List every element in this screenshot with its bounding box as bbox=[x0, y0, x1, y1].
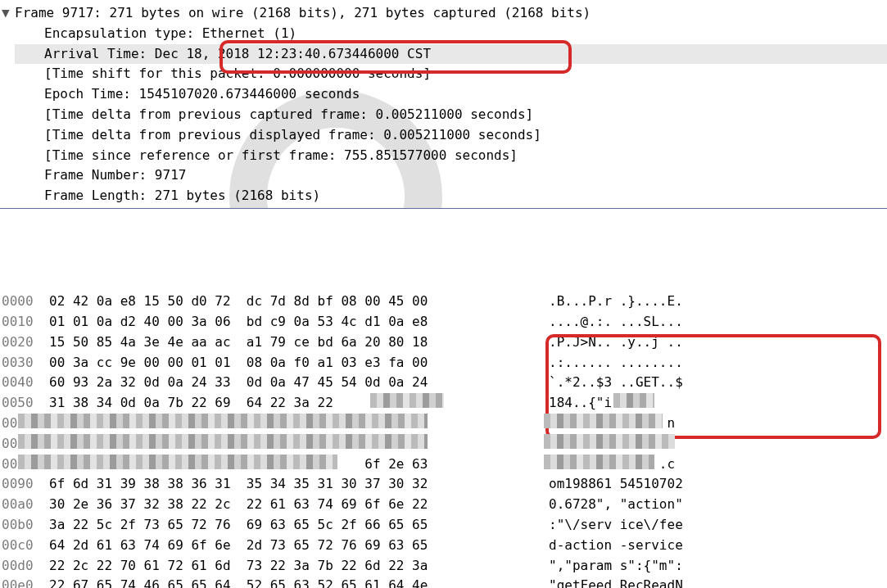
hex-offset: 0020 bbox=[2, 332, 49, 353]
hex-offset: 0050 bbox=[2, 393, 49, 414]
hex-ascii: .:...... ........ bbox=[475, 353, 683, 373]
hex-ascii: 184..{"i d": bbox=[475, 393, 683, 414]
hex-row[interactable]: 0070 bbox=[2, 434, 887, 455]
hex-bytes: 6f 2e 63 bbox=[49, 455, 475, 475]
expander-icon[interactable]: ▼ bbox=[2, 3, 10, 24]
hex-bytes: 3a 22 5c 2f 73 65 72 76 69 63 65 5c 2f 6… bbox=[49, 515, 475, 536]
hex-bytes bbox=[49, 434, 475, 455]
arrival-boxed: 2018 12:23:40.673446000 CST bbox=[210, 46, 431, 61]
hex-row[interactable]: 003000 3a cc 9e 00 00 01 01 08 0a f0 a1 … bbox=[2, 353, 887, 373]
delta-displayed[interactable]: [Time delta from previous displayed fram… bbox=[15, 125, 887, 146]
hex-offset: 00e0 bbox=[2, 576, 49, 588]
hex-bytes bbox=[49, 414, 475, 434]
hex-bytes: 01 01 0a d2 40 00 3a 06 bd c9 0a 53 4c d… bbox=[49, 312, 475, 332]
redacted-area bbox=[544, 414, 663, 428]
hex-bytes: 02 42 0a e8 15 50 d0 72 dc 7d 8d bf 08 0… bbox=[49, 292, 475, 312]
arrival-prefix: Arrival Time: Dec 18, bbox=[44, 46, 210, 61]
hex-bytes: 00 3a cc 9e 00 00 01 01 08 0a f0 a1 03 e… bbox=[49, 353, 475, 373]
hex-ascii: om198861 54510702 bbox=[475, 474, 683, 495]
hex-offset: 0030 bbox=[2, 353, 49, 373]
delta-captured[interactable]: [Time delta from previous captured frame… bbox=[15, 105, 887, 125]
hex-row[interactable]: 00e022 67 65 74 46 65 65 64 52 65 63 52 … bbox=[2, 576, 887, 588]
hex-offset: 00a0 bbox=[2, 495, 49, 515]
redacted-area bbox=[613, 393, 654, 408]
hex-bytes: 60 93 2a 32 0d 0a 24 33 0d 0a 47 45 54 0… bbox=[49, 373, 475, 393]
packet-details-pane[interactable]: ▼ Frame 9717: 271 bytes on wire (2168 bi… bbox=[0, 0, 887, 206]
arrival-time-row[interactable]: Arrival Time: Dec 18, 2018 12:23:40.6734… bbox=[15, 44, 887, 65]
frame-summary[interactable]: Frame 9717: 271 bytes on wire (2168 bits… bbox=[15, 3, 887, 24]
hex-row[interactable]: 004060 93 2a 32 0d 0a 24 33 0d 0a 47 45 … bbox=[2, 373, 887, 393]
hex-ascii: d-action -service bbox=[475, 536, 683, 556]
hex-ascii: :"\/serv ice\/fee bbox=[475, 515, 683, 536]
hex-offset: 0000 bbox=[2, 292, 49, 312]
hex-offset: 00c0 bbox=[2, 536, 49, 556]
hex-ascii: ","param s":{"m": bbox=[475, 556, 683, 577]
hex-offset: 00b0 bbox=[2, 515, 49, 536]
hex-ascii: .c bbox=[475, 455, 675, 475]
hex-offset: 0040 bbox=[2, 373, 49, 393]
hex-bytes: 31 38 34 0d 0a 7b 22 69 64 22 3a 22 bbox=[49, 393, 475, 414]
hex-row[interactable]: 000002 42 0a e8 15 50 d0 72 dc 7d 8d bf … bbox=[2, 292, 887, 312]
hex-ascii: ....@.:. ...SL... bbox=[475, 312, 683, 332]
hex-ascii: `.*2..$3 ..GET..$ bbox=[475, 373, 683, 393]
hex-row[interactable]: 001001 01 0a d2 40 00 3a 06 bd c9 0a 53 … bbox=[2, 312, 887, 332]
redacted-area bbox=[18, 414, 428, 428]
hex-row[interactable]: 00a030 2e 36 37 32 38 22 2c 22 61 63 74 … bbox=[2, 495, 887, 515]
encap-type[interactable]: Encapsulation type: Ethernet (1) bbox=[15, 24, 887, 44]
hex-bytes: 6f 6d 31 39 38 38 36 31 35 34 35 31 30 3… bbox=[49, 474, 475, 495]
hex-row[interactable]: 0060 n bbox=[2, 414, 887, 434]
redacted-area bbox=[18, 434, 428, 449]
hex-ascii bbox=[475, 434, 675, 455]
since-reference[interactable]: [Time since reference or first frame: 75… bbox=[15, 146, 887, 166]
hex-bytes: 22 2c 22 70 61 72 61 6d 73 22 3a 7b 22 6… bbox=[49, 556, 475, 577]
hex-ascii: .B...P.r .}....E. bbox=[475, 292, 683, 312]
hex-ascii: 0.6728", "action" bbox=[475, 495, 683, 515]
hex-ascii: n bbox=[475, 414, 675, 434]
hex-offset: 0090 bbox=[2, 474, 49, 495]
hex-row[interactable]: 00b03a 22 5c 2f 73 65 72 76 69 63 65 5c … bbox=[2, 515, 887, 536]
hex-dump-pane[interactable]: 000002 42 0a e8 15 50 d0 72 dc 7d 8d bf … bbox=[0, 208, 887, 588]
redacted-area bbox=[544, 455, 654, 469]
hex-offset: 0010 bbox=[2, 312, 49, 332]
hex-bytes: 15 50 85 4a 3e 4e aa ac a1 79 ce bd 6a 2… bbox=[49, 332, 475, 353]
hex-bytes: 64 2d 61 63 74 69 6f 6e 2d 73 65 72 76 6… bbox=[49, 536, 475, 556]
redacted-area bbox=[18, 455, 337, 469]
hex-offset: 00d0 bbox=[2, 556, 49, 577]
redacted-area bbox=[544, 434, 675, 449]
hex-ascii: "getFeed RecReadN bbox=[475, 576, 683, 588]
hex-row[interactable]: 00c064 2d 61 63 74 69 6f 6e 2d 73 65 72 … bbox=[2, 536, 887, 556]
epoch-time[interactable]: Epoch Time: 1545107020.673446000 seconds bbox=[15, 84, 887, 105]
hex-row[interactable]: 0080 6f 2e 63 .c bbox=[2, 455, 887, 475]
hex-bytes: 22 67 65 74 46 65 65 64 52 65 63 52 65 6… bbox=[49, 576, 475, 588]
time-shift[interactable]: [Time shift for this packet: 0.000000000… bbox=[15, 64, 887, 84]
frame-length[interactable]: Frame Length: 271 bytes (2168 bits) bbox=[15, 186, 887, 206]
hex-ascii: .P.J>N.. .y..j .. bbox=[475, 332, 683, 353]
hex-row[interactable]: 002015 50 85 4a 3e 4e aa ac a1 79 ce bd … bbox=[2, 332, 887, 353]
hex-row[interactable]: 00d022 2c 22 70 61 72 61 6d 73 22 3a 7b … bbox=[2, 556, 887, 577]
frame-number[interactable]: Frame Number: 9717 bbox=[15, 165, 887, 186]
redacted-area bbox=[370, 393, 444, 408]
hex-row[interactable]: 005031 38 34 0d 0a 7b 22 69 64 22 3a 22 … bbox=[2, 393, 887, 414]
hex-bytes: 30 2e 36 37 32 38 22 2c 22 61 63 74 69 6… bbox=[49, 495, 475, 515]
hex-row[interactable]: 00906f 6d 31 39 38 38 36 31 35 34 35 31 … bbox=[2, 474, 887, 495]
